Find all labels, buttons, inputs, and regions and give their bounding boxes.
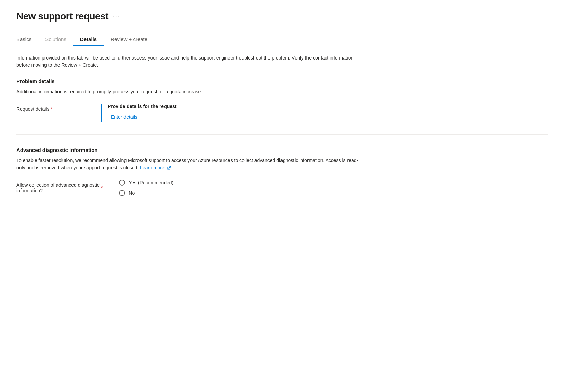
advanced-diagnostic-description: To enable faster resolution, we recommen… [16,157,358,171]
external-link-icon [167,166,171,170]
tab-description: Information provided on this tab will be… [16,54,358,69]
page-title: New support request [16,11,108,22]
learn-more-link[interactable]: Learn more [140,165,165,170]
problem-details-title: Problem details [16,78,548,84]
radio-group-container: Yes (Recommended) No [119,180,290,196]
request-details-input[interactable] [108,112,193,122]
radio-yes-circle [119,180,125,186]
tab-solutions: Solutions [38,33,73,46]
problem-details-section: Problem details Additional information i… [16,78,548,95]
page-container: New support request ··· Basics Solutions… [0,0,564,392]
more-options-icon[interactable]: ··· [113,13,120,20]
allow-collection-row: Allow collection of advanced diagnostici… [16,180,548,196]
advanced-diagnostic-section: Advanced diagnostic information To enabl… [16,147,548,196]
request-details-label: Request details * [16,104,85,112]
radio-yes-label: Yes (Recommended) [129,180,173,185]
allow-collection-label: Allow collection of advanced diagnostici… [16,180,103,193]
diagnostic-radio-group: Yes (Recommended) No [119,180,290,196]
tab-review-create[interactable]: Review + create [104,33,154,46]
section-divider [16,134,548,135]
radio-no-label: No [129,190,135,196]
request-details-row: Request details * Provide details for th… [16,104,548,122]
problem-details-description: Additional information is required to pr… [16,88,324,95]
tabs-container: Basics Solutions Details Review + create [16,33,548,46]
required-indicator: * [51,106,53,112]
request-details-panel: Provide details for the request [101,104,272,122]
advanced-diagnostic-title: Advanced diagnostic information [16,147,548,153]
request-details-field-container: Provide details for the request [101,104,272,122]
tab-details[interactable]: Details [73,33,104,46]
page-header: New support request ··· [16,11,548,22]
radio-yes-option[interactable]: Yes (Recommended) [119,180,290,186]
radio-no-circle [119,190,125,196]
tab-basics[interactable]: Basics [16,33,38,46]
panel-title: Provide details for the request [108,104,272,109]
allow-collection-required: * [101,185,103,191]
radio-no-option[interactable]: No [119,190,290,196]
